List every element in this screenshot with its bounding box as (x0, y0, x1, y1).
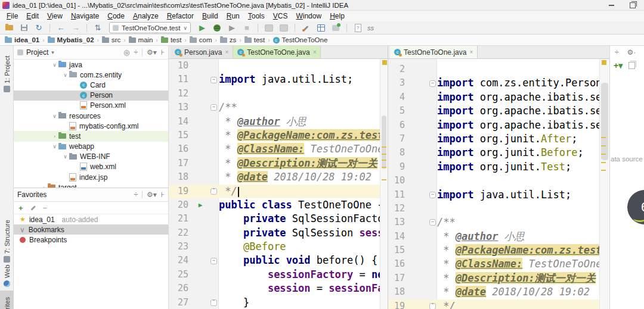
gear-icon[interactable]: ⚙▾ (147, 48, 157, 57)
tree-item-person.xml[interactable]: Person.xml (14, 101, 168, 111)
breadcrumb-item-test[interactable]: test (161, 36, 182, 43)
tree-item-java[interactable]: ∨java (14, 60, 168, 70)
fold-marker-slot[interactable]: − (428, 188, 437, 202)
menu-item-run[interactable]: Run (222, 12, 244, 20)
gear-icon[interactable]: ⚙· (627, 48, 636, 57)
fold-marker-slot[interactable]: − (209, 254, 219, 267)
fold-end-icon[interactable]: ˆ (210, 299, 217, 306)
tree-item-web.xml[interactable]: web.xml (14, 162, 168, 172)
favorites-item-bookmarks[interactable]: ∨Bookmarks (14, 224, 168, 235)
run-gutter-icon[interactable]: ▶ (192, 198, 209, 212)
fold-marker-slot[interactable]: − (428, 216, 437, 229)
tool-window-button-web[interactable]: Web (0, 267, 14, 289)
menu-item-file[interactable]: File (2, 12, 22, 20)
add-data-source-icon[interactable]: +▾ (614, 61, 623, 70)
table-grid-icon[interactable] (315, 23, 326, 33)
menu-item-edit[interactable]: Edit (22, 12, 43, 20)
collapse-all-icon[interactable]: ÷ (134, 48, 138, 57)
back-icon[interactable]: ← (55, 23, 66, 33)
run-coverage-icon[interactable]: ▶ (227, 23, 237, 33)
tab-testonetoone-java[interactable]: cTestOneToOne.java× (390, 46, 478, 58)
hide-panel-icon[interactable]: ⊦ (161, 191, 165, 199)
gear-icon[interactable]: ⚙▾ (147, 191, 157, 199)
attach-profiler-icon[interactable] (278, 23, 289, 33)
run-icon[interactable]: ▶ (197, 23, 208, 33)
breadcrumb-item-main[interactable]: main (129, 36, 153, 43)
breadcrumb-item-com[interactable]: com (190, 36, 212, 43)
close-icon[interactable]: × (313, 49, 317, 55)
menu-item-analyze[interactable]: Analyze (129, 12, 163, 20)
tree-item-com.zs.entity[interactable]: ∨com.zs.entity (14, 70, 168, 80)
debug-icon[interactable] (212, 23, 222, 33)
open-folder-icon[interactable] (4, 23, 14, 33)
tree-item-mybatis-config.xml[interactable]: mybatis-config.xml (14, 121, 168, 131)
menu-item-help[interactable]: Help (326, 12, 349, 20)
tree-item-person[interactable]: cPerson (14, 90, 168, 101)
module-update-icon[interactable] (330, 23, 341, 33)
remove-favorite-icon[interactable]: − (43, 204, 48, 213)
locate-icon[interactable]: ◎ (123, 48, 129, 57)
tree-item-webapp[interactable]: ∨webapp (14, 142, 168, 152)
project-panel-title[interactable]: Project ▾ (17, 48, 123, 57)
fold-end-icon[interactable]: ˆ (210, 188, 217, 195)
fold-collapse-icon[interactable]: − (429, 219, 436, 226)
menu-item-window[interactable]: Window (292, 12, 326, 20)
annotate-sort-icon[interactable]: ⇅ (92, 23, 103, 33)
plugin-ss-icon[interactable]: ss (367, 24, 374, 32)
menu-item-code[interactable]: Code (103, 12, 129, 20)
chevron-expanded-icon[interactable]: ∨ (61, 72, 69, 78)
menu-item-navigate[interactable]: Navigate (67, 12, 103, 20)
tree-item-card[interactable]: cCard (14, 80, 168, 90)
editor-code-area[interactable]: 1011−import java.util.List;1213−/**14 * … (169, 59, 388, 309)
fold-marker-slot[interactable]: − (428, 76, 437, 90)
breadcrumb-item-idea_01[interactable]: idea_01 (5, 36, 39, 43)
collapse-all-icon[interactable]: ÷ (615, 48, 619, 57)
tab-testonetoone-java[interactable]: cTestOneToOne.java× (233, 46, 321, 58)
chevron-expanded-icon[interactable]: ∨ (61, 154, 69, 160)
fold-marker-slot[interactable]: ˆ (209, 185, 219, 198)
restore-button[interactable] (630, 2, 636, 8)
chevron-expanded-icon[interactable]: ∨ (51, 113, 58, 119)
fold-marker-slot[interactable]: ˆ (209, 296, 219, 309)
tools-wrench-icon[interactable] (301, 23, 311, 33)
inspection-status-icon[interactable] (382, 60, 387, 65)
run-configuration-select[interactable]: TestOneToOne.test∨ (109, 22, 191, 33)
favorites-item-breakpoints[interactable]: Breakpoints (14, 235, 168, 245)
chevron-expanded-icon[interactable]: ∨ (51, 62, 58, 68)
favorites-item-idea_01[interactable]: ★idea_01auto-added (14, 214, 168, 224)
breadcrumb-item-test[interactable]: test (244, 36, 265, 43)
hide-panel-icon[interactable]: ⊦ (161, 48, 165, 57)
tool-window-button----structure[interactable]: 7: Structure (0, 214, 14, 265)
forward-icon[interactable]: → (70, 23, 81, 33)
close-icon[interactable]: × (469, 49, 473, 55)
add-favorite-icon[interactable]: + (18, 204, 23, 213)
breadcrumb-item-mybatis_02[interactable]: Mybatis_02 (48, 36, 94, 43)
tree-item-web-inf[interactable]: ∨WEB-INF (14, 152, 168, 162)
tree-item-index.jsp[interactable]: index.jsp (14, 172, 168, 182)
tab-person-java[interactable]: cPerson.java× (171, 46, 233, 58)
collapse-all-icon[interactable]: ÷ (134, 191, 138, 199)
fold-collapse-icon[interactable]: − (210, 104, 217, 111)
save-icon[interactable] (18, 23, 29, 33)
tree-item-target[interactable]: ›target (14, 182, 168, 188)
tree-item-resources[interactable]: ∨resources (14, 111, 168, 121)
menu-item-view[interactable]: View (43, 12, 67, 20)
inspection-status-icon[interactable] (602, 60, 606, 65)
fold-collapse-icon[interactable]: − (210, 77, 217, 83)
editor-code-area[interactable]: 23−import com.zs.entity.Person;4import o… (388, 59, 609, 309)
chevron-expanded-icon[interactable]: ∨ (51, 143, 58, 149)
editor-scrollbar[interactable] (599, 59, 609, 309)
fold-collapse-icon[interactable]: − (210, 258, 217, 264)
stop-icon[interactable]: ■ (242, 23, 252, 33)
fold-marker-slot[interactable]: − (209, 101, 219, 114)
fold-collapse-icon[interactable]: − (429, 80, 436, 87)
breadcrumb-item-testonetoone[interactable]: cTestOneToOne (273, 36, 328, 43)
profiler-icon[interactable] (264, 23, 274, 33)
fold-marker-slot[interactable]: − (209, 73, 219, 86)
scrollbar-thumb[interactable] (382, 116, 386, 169)
fold-end-icon[interactable]: ˆ (429, 303, 436, 309)
fold-collapse-icon[interactable]: − (429, 192, 436, 198)
tool-window-button-favorites[interactable]: Favorites (0, 291, 14, 309)
menu-item-tools[interactable]: Tools (244, 12, 269, 20)
duplicate-icon[interactable] (628, 62, 635, 69)
